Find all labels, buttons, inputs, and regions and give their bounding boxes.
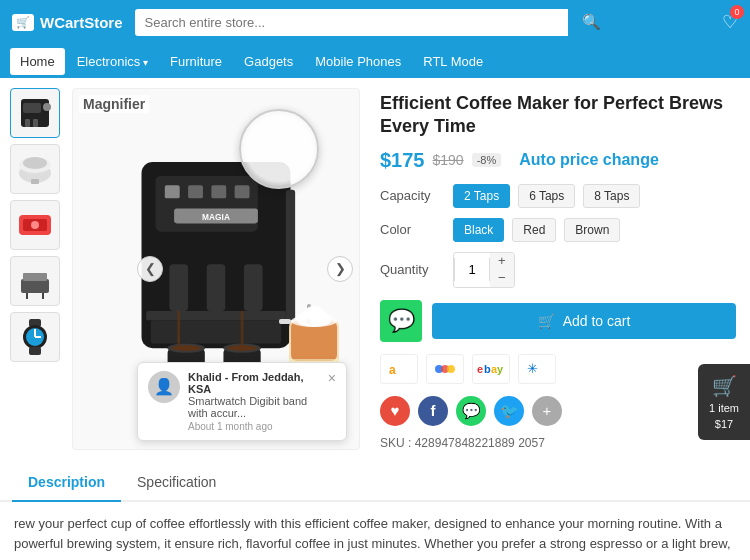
capacity-option-6taps[interactable]: 6 Taps bbox=[518, 184, 575, 208]
quantity-control: + − bbox=[453, 252, 515, 288]
quantity-stepper[interactable]: + − bbox=[490, 253, 514, 287]
svg-rect-26 bbox=[211, 185, 226, 198]
product-details: Efficient Coffee Maker for Perfect Brews… bbox=[370, 78, 750, 460]
thumbnail-5[interactable] bbox=[10, 312, 60, 362]
notif-time: About 1 month ago bbox=[188, 421, 320, 432]
quantity-label: Quantity bbox=[380, 262, 445, 277]
search-bar: 🔍 bbox=[135, 9, 615, 36]
logo-text: WCartStore bbox=[40, 14, 123, 31]
notif-product: Smartwatch Digibit band with accur... bbox=[188, 395, 320, 419]
svg-text:y: y bbox=[497, 363, 504, 375]
svg-text:e: e bbox=[477, 363, 483, 375]
quantity-decrement[interactable]: − bbox=[498, 270, 506, 287]
color-option-black[interactable]: Black bbox=[453, 218, 504, 242]
cart-items-label: 1 item bbox=[709, 402, 739, 414]
svg-rect-20 bbox=[35, 336, 41, 338]
nav-item-furniture[interactable]: Furniture bbox=[160, 48, 232, 75]
svg-text:MAGIA: MAGIA bbox=[202, 211, 230, 221]
svg-point-54 bbox=[306, 306, 322, 314]
svg-rect-21 bbox=[29, 347, 41, 355]
svg-rect-51 bbox=[279, 319, 291, 324]
svg-point-4 bbox=[43, 103, 51, 111]
svg-text:a: a bbox=[389, 363, 396, 377]
quantity-row: Quantity + − bbox=[380, 252, 736, 288]
svg-rect-32 bbox=[244, 264, 263, 311]
svg-rect-30 bbox=[169, 264, 188, 311]
nav-item-mobile-phones[interactable]: Mobile Phones bbox=[305, 48, 411, 75]
thumbnail-3[interactable] bbox=[10, 200, 60, 250]
sku-row: SKU : 428947848221889 2057 bbox=[380, 436, 736, 450]
sku-label: SKU : bbox=[380, 436, 411, 450]
thumbnail-2[interactable] bbox=[10, 144, 60, 194]
google-shopping-icon[interactable] bbox=[426, 354, 464, 384]
svg-rect-1 bbox=[23, 103, 41, 113]
cart-sidebar[interactable]: 🛒 1 item $17 bbox=[698, 364, 750, 440]
more-share-button[interactable]: + bbox=[532, 396, 562, 426]
cart-row: 💬 🛒 Add to cart bbox=[380, 300, 736, 342]
auto-price-label: Auto price change bbox=[519, 151, 659, 169]
capacity-row: Capacity 2 Taps 6 Taps 8 Taps bbox=[380, 184, 736, 208]
svg-text:✳: ✳ bbox=[527, 361, 538, 376]
nav-item-home[interactable]: Home bbox=[10, 48, 65, 75]
header-icons: ♡ 0 bbox=[722, 11, 738, 33]
header: 🛒 WCartStore 🔍 ♡ 0 bbox=[0, 0, 750, 44]
facebook-share-button[interactable]: f bbox=[418, 396, 448, 426]
color-option-brown[interactable]: Brown bbox=[564, 218, 620, 242]
svg-rect-13 bbox=[23, 273, 47, 281]
product-gallery: Magnifier MAGIA bbox=[0, 78, 370, 460]
price-current: $175 bbox=[380, 149, 425, 172]
navbar: Home Electronics Furniture Gadgets Mobil… bbox=[0, 44, 750, 78]
svg-rect-31 bbox=[207, 264, 226, 311]
product-tabs: Description Specification bbox=[0, 464, 750, 502]
price-original: $190 bbox=[433, 152, 464, 168]
wishlist-icon[interactable]: ♡ 0 bbox=[722, 11, 738, 33]
thumbnail-1[interactable] bbox=[10, 88, 60, 138]
whatsapp-button[interactable]: 💬 bbox=[380, 300, 422, 342]
svg-rect-27 bbox=[235, 185, 250, 198]
svg-rect-24 bbox=[165, 185, 180, 198]
cart-price: $17 bbox=[715, 418, 733, 430]
discount-badge: -8% bbox=[472, 153, 502, 167]
svg-point-11 bbox=[31, 221, 39, 229]
notif-close-button[interactable]: × bbox=[328, 371, 336, 385]
svg-point-58 bbox=[447, 365, 455, 373]
thumbnail-4[interactable] bbox=[10, 256, 60, 306]
logo-icon: 🛒 bbox=[12, 14, 34, 31]
wishlist-badge: 0 bbox=[730, 5, 744, 19]
description-content: rew your perfect cup of coffee effortles… bbox=[0, 502, 750, 560]
magnifier-label: Magnifier bbox=[79, 95, 149, 113]
whatsapp-share-button[interactable]: 💬 bbox=[456, 396, 486, 426]
notif-name: Khalid - From Jeddah, KSA bbox=[188, 371, 320, 395]
cart-icon: 🛒 bbox=[538, 313, 555, 329]
magnifier-circle bbox=[239, 109, 319, 189]
capacity-option-2taps[interactable]: 2 Taps bbox=[453, 184, 510, 208]
search-input[interactable] bbox=[135, 9, 568, 36]
search-button[interactable]: 🔍 bbox=[568, 9, 615, 36]
svg-rect-19 bbox=[34, 329, 36, 337]
ebay-icon[interactable]: e b a y bbox=[472, 354, 510, 384]
add-to-cart-button[interactable]: 🛒 Add to cart bbox=[432, 303, 736, 339]
svg-point-39 bbox=[171, 345, 201, 351]
svg-rect-33 bbox=[146, 311, 286, 320]
tab-description[interactable]: Description bbox=[12, 464, 121, 502]
twitter-share-button[interactable]: 🐦 bbox=[494, 396, 524, 426]
quantity-input[interactable] bbox=[454, 258, 490, 281]
svg-rect-34 bbox=[151, 320, 281, 343]
svg-rect-2 bbox=[25, 119, 30, 127]
social-row: ♥ f 💬 🐦 + bbox=[380, 396, 736, 426]
wishlist-heart-button[interactable]: ♥ bbox=[380, 396, 410, 426]
thumbnail-list bbox=[10, 88, 64, 450]
capacity-option-8taps[interactable]: 8 Taps bbox=[583, 184, 640, 208]
logo[interactable]: 🛒 WCartStore bbox=[12, 14, 123, 31]
walmart-icon[interactable]: ✳ bbox=[518, 354, 556, 384]
nav-item-electronics[interactable]: Electronics bbox=[67, 48, 158, 75]
nav-item-gadgets[interactable]: Gadgets bbox=[234, 48, 303, 75]
tab-specification[interactable]: Specification bbox=[121, 464, 232, 502]
color-option-red[interactable]: Red bbox=[512, 218, 556, 242]
amazon-icon[interactable]: a bbox=[380, 354, 418, 384]
nav-item-rtl[interactable]: RTL Mode bbox=[413, 48, 493, 75]
quantity-increment[interactable]: + bbox=[498, 253, 506, 270]
svg-text:b: b bbox=[484, 363, 491, 375]
gallery-prev-button[interactable]: ❮ bbox=[137, 256, 163, 282]
gallery-next-button[interactable]: ❯ bbox=[327, 256, 353, 282]
